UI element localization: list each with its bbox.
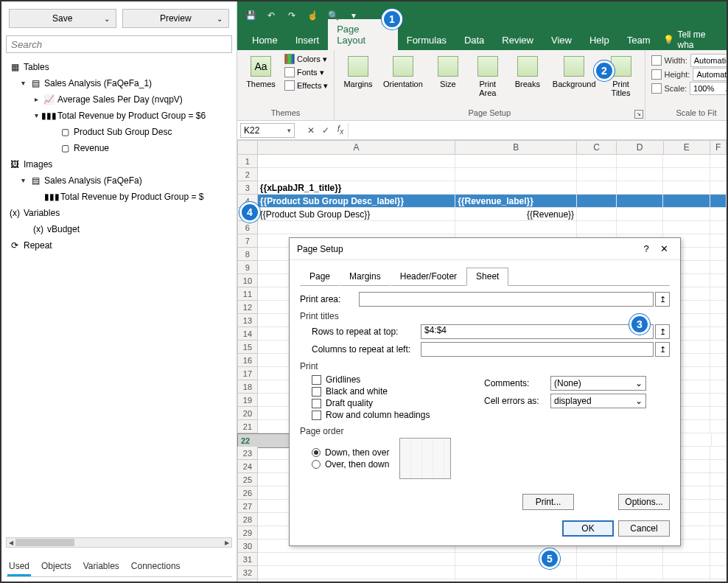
cell[interactable] — [710, 195, 727, 208]
cancel-button[interactable]: Cancel — [618, 520, 670, 537]
touch-mode-icon[interactable]: ☝ — [305, 8, 320, 23]
cell[interactable]: {{Product Sub Group Desc_label}} — [258, 195, 455, 208]
cell[interactable] — [663, 195, 710, 208]
row-header[interactable]: 26 — [237, 486, 258, 500]
cell[interactable] — [455, 181, 577, 195]
row-header[interactable]: 18 — [237, 380, 258, 394]
column-header[interactable]: F — [710, 140, 727, 155]
tab-home[interactable]: Home — [243, 30, 287, 50]
tab-formulas[interactable]: Formulas — [398, 30, 455, 50]
cell[interactable] — [710, 460, 727, 473]
cell[interactable] — [710, 274, 727, 287]
rowcol-checkbox[interactable]: Row and column headings — [312, 410, 484, 420]
cell[interactable] — [455, 168, 577, 181]
tree-item[interactable]: ▢Product Sub Group Desc — [9, 124, 232, 140]
collapse-icon[interactable]: ▾ — [19, 172, 27, 189]
dialog-tab-header-footer[interactable]: Header/Footer — [391, 268, 466, 286]
over-down-radio[interactable]: Over, then down — [312, 459, 389, 469]
cell[interactable] — [710, 155, 727, 168]
tab-review[interactable]: Review — [493, 30, 542, 50]
collapse-icon[interactable]: ▾ — [32, 108, 40, 124]
range-selector-button[interactable]: ↥ — [655, 342, 670, 357]
row-header[interactable]: 30 — [237, 540, 258, 553]
cell[interactable] — [710, 208, 727, 221]
enter-formula-icon[interactable]: ✓ — [318, 125, 333, 136]
row-header[interactable]: 28 — [237, 513, 258, 526]
column-header[interactable]: E — [664, 140, 711, 155]
cell[interactable] — [663, 566, 710, 579]
collapse-icon[interactable]: ▾ — [19, 75, 27, 91]
cell[interactable] — [712, 433, 727, 447]
page-setup-dialog-launcher[interactable]: ↘ — [634, 110, 643, 119]
cell[interactable] — [710, 367, 727, 380]
cell[interactable] — [710, 566, 727, 579]
cell[interactable] — [577, 195, 617, 208]
cell[interactable] — [710, 314, 727, 327]
row-header[interactable]: 20 — [237, 407, 258, 420]
cell[interactable]: {{Revenue_label}} — [455, 195, 577, 208]
cell[interactable] — [710, 513, 727, 526]
column-header[interactable]: D — [617, 140, 664, 155]
cell[interactable] — [455, 221, 577, 234]
cell[interactable] — [617, 553, 664, 566]
draft-checkbox[interactable]: Draft quality — [312, 398, 484, 408]
row-header[interactable]: 19 — [237, 394, 258, 407]
colors-button[interactable]: Colors ▾ — [283, 53, 329, 65]
tree-section-variables[interactable]: (x)Variables — [9, 205, 232, 221]
print-preview-icon[interactable]: 🔍 — [326, 8, 340, 23]
cell[interactable] — [710, 486, 727, 500]
comments-select[interactable]: (None)⌄ — [550, 376, 646, 391]
cell[interactable] — [577, 553, 617, 566]
tree-section-tables[interactable]: ▦Tables — [9, 59, 232, 75]
row-header[interactable]: 10 — [237, 274, 258, 287]
cell[interactable] — [710, 553, 727, 566]
tell-me-search[interactable]: 💡Tell me wha — [659, 29, 727, 50]
tab-connections[interactable]: Connections — [130, 558, 182, 576]
redo-icon[interactable]: ↷ — [284, 8, 299, 23]
row-header[interactable]: 1 — [237, 155, 258, 168]
row-header[interactable]: 15 — [237, 341, 258, 354]
cell[interactable] — [617, 208, 664, 221]
cell[interactable]: {{xLpabJR_1_title}} — [258, 181, 455, 195]
cell[interactable]: {{Revenue}} — [455, 208, 577, 221]
row-header[interactable]: 16 — [237, 354, 258, 367]
row-header[interactable]: 7 — [237, 234, 258, 248]
cols-repeat-input[interactable] — [421, 342, 654, 357]
help-button[interactable]: ? — [637, 243, 655, 254]
tab-used[interactable]: Used — [7, 558, 31, 576]
cell[interactable] — [577, 181, 617, 195]
undo-icon[interactable]: ↶ — [264, 8, 279, 23]
cell[interactable] — [710, 447, 727, 460]
cell[interactable] — [663, 155, 710, 168]
background-button[interactable]: Background — [550, 53, 599, 91]
options-button[interactable]: Options... — [618, 494, 670, 510]
cell[interactable] — [577, 566, 617, 579]
cell[interactable] — [710, 380, 727, 394]
errors-select[interactable]: displayed⌄ — [550, 394, 646, 408]
tree-item[interactable]: ▾▮▮▮Total Revenue by Product Group = $6 — [9, 108, 232, 124]
cell[interactable] — [455, 579, 577, 582]
tree-item[interactable]: ▢Revenue — [9, 140, 232, 156]
cell[interactable] — [710, 579, 727, 582]
expand-icon[interactable]: ▸ — [32, 91, 40, 108]
cell[interactable] — [617, 168, 664, 181]
breaks-button[interactable]: Breaks — [510, 53, 545, 91]
cancel-formula-icon[interactable]: ✕ — [304, 125, 318, 136]
row-header[interactable]: 8 — [237, 248, 258, 261]
cell[interactable] — [710, 526, 727, 540]
row-header[interactable]: 27 — [237, 500, 258, 513]
range-selector-button[interactable]: ↥ — [655, 324, 670, 339]
cell[interactable] — [577, 221, 617, 234]
tree-item[interactable]: ▸📈Average Sales Per Day (nvqpV) — [9, 91, 232, 108]
ok-button[interactable]: OK — [562, 520, 614, 537]
cell[interactable] — [710, 248, 727, 261]
width-select[interactable]: Automatic▾ — [690, 54, 727, 67]
column-header[interactable]: C — [577, 140, 617, 155]
cell[interactable] — [710, 540, 727, 553]
qat-customize-icon[interactable]: ▾ — [346, 8, 361, 23]
row-header[interactable]: 24 — [237, 460, 258, 473]
tree-item[interactable]: (x)vBudget — [9, 221, 232, 237]
cell[interactable]: {{Product Sub Group Desc}} — [258, 208, 455, 221]
cell[interactable] — [710, 301, 727, 314]
tab-variables[interactable]: Variables — [82, 558, 121, 576]
